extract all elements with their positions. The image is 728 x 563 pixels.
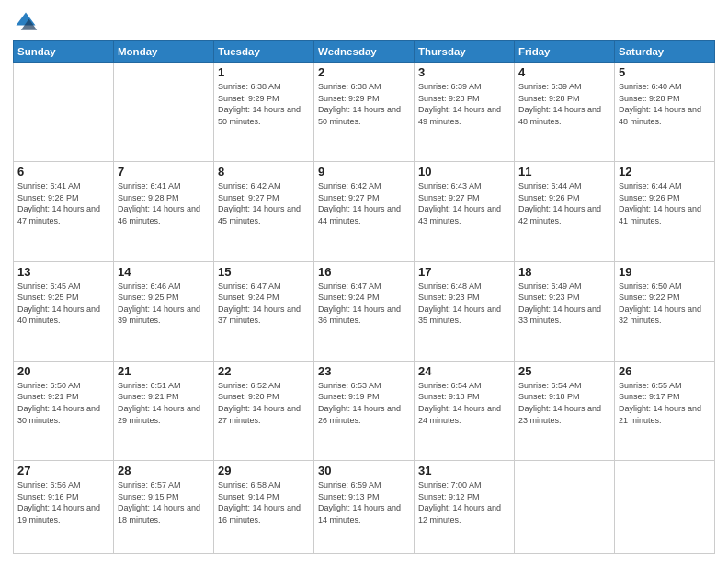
day-number: 11 bbox=[518, 165, 610, 178]
day-number: 19 bbox=[619, 265, 711, 279]
cell-info: Sunrise: 6:45 AM Sunset: 9:25 PM Dayligh… bbox=[17, 281, 109, 327]
day-number: 23 bbox=[318, 364, 410, 378]
cell-info: Sunrise: 6:56 AM Sunset: 9:16 PM Dayligh… bbox=[17, 479, 109, 525]
day-number: 5 bbox=[619, 65, 711, 79]
calendar-row-4: 27Sunrise: 6:56 AM Sunset: 9:16 PM Dayli… bbox=[14, 461, 715, 554]
calendar-cell: 30Sunrise: 6:59 AM Sunset: 9:13 PM Dayli… bbox=[314, 461, 415, 554]
calendar-cell: 29Sunrise: 6:58 AM Sunset: 9:14 PM Dayli… bbox=[214, 461, 314, 554]
calendar-cell bbox=[515, 461, 615, 554]
calendar-cell bbox=[615, 461, 715, 554]
day-number: 6 bbox=[17, 165, 109, 178]
weekday-header-tuesday: Tuesday bbox=[214, 41, 314, 63]
calendar-cell bbox=[114, 63, 214, 162]
weekday-header-sunday: Sunday bbox=[14, 41, 114, 63]
cell-info: Sunrise: 6:50 AM Sunset: 9:21 PM Dayligh… bbox=[17, 380, 109, 426]
day-number: 24 bbox=[418, 364, 510, 378]
day-number: 8 bbox=[218, 165, 310, 178]
header bbox=[13, 9, 715, 35]
calendar-cell: 18Sunrise: 6:49 AM Sunset: 9:23 PM Dayli… bbox=[515, 261, 615, 361]
day-number: 9 bbox=[318, 165, 410, 178]
day-number: 7 bbox=[118, 165, 210, 178]
day-number: 22 bbox=[218, 364, 310, 378]
day-number: 18 bbox=[518, 265, 610, 279]
cell-info: Sunrise: 6:58 AM Sunset: 9:14 PM Dayligh… bbox=[218, 479, 310, 525]
day-number: 26 bbox=[619, 364, 711, 378]
day-number: 31 bbox=[418, 464, 510, 477]
cell-info: Sunrise: 7:00 AM Sunset: 9:12 PM Dayligh… bbox=[418, 479, 510, 525]
cell-info: Sunrise: 6:44 AM Sunset: 9:26 PM Dayligh… bbox=[518, 180, 610, 226]
cell-info: Sunrise: 6:52 AM Sunset: 9:20 PM Dayligh… bbox=[218, 380, 310, 426]
weekday-header-wednesday: Wednesday bbox=[314, 41, 415, 63]
day-number: 17 bbox=[418, 265, 510, 279]
day-number: 10 bbox=[418, 165, 510, 178]
cell-info: Sunrise: 6:39 AM Sunset: 9:28 PM Dayligh… bbox=[418, 81, 510, 127]
calendar-cell: 3Sunrise: 6:39 AM Sunset: 9:28 PM Daylig… bbox=[415, 63, 515, 162]
calendar-cell: 20Sunrise: 6:50 AM Sunset: 9:21 PM Dayli… bbox=[14, 361, 114, 460]
calendar-cell: 6Sunrise: 6:41 AM Sunset: 9:28 PM Daylig… bbox=[14, 162, 114, 261]
calendar-cell: 10Sunrise: 6:43 AM Sunset: 9:27 PM Dayli… bbox=[415, 162, 515, 261]
calendar-row-0: 1Sunrise: 6:38 AM Sunset: 9:29 PM Daylig… bbox=[14, 63, 715, 162]
cell-info: Sunrise: 6:48 AM Sunset: 9:23 PM Dayligh… bbox=[418, 281, 510, 327]
cell-info: Sunrise: 6:42 AM Sunset: 9:27 PM Dayligh… bbox=[318, 180, 410, 226]
logo bbox=[13, 9, 42, 35]
calendar-cell: 7Sunrise: 6:41 AM Sunset: 9:28 PM Daylig… bbox=[114, 162, 214, 261]
cell-info: Sunrise: 6:54 AM Sunset: 9:18 PM Dayligh… bbox=[418, 380, 510, 426]
day-number: 16 bbox=[318, 265, 410, 279]
day-number: 30 bbox=[318, 464, 410, 477]
cell-info: Sunrise: 6:44 AM Sunset: 9:26 PM Dayligh… bbox=[619, 180, 711, 226]
calendar-cell: 21Sunrise: 6:51 AM Sunset: 9:21 PM Dayli… bbox=[114, 361, 214, 460]
day-number: 25 bbox=[518, 364, 610, 378]
calendar-row-2: 13Sunrise: 6:45 AM Sunset: 9:25 PM Dayli… bbox=[14, 261, 715, 361]
calendar-cell: 31Sunrise: 7:00 AM Sunset: 9:12 PM Dayli… bbox=[415, 461, 515, 554]
cell-info: Sunrise: 6:47 AM Sunset: 9:24 PM Dayligh… bbox=[218, 281, 310, 327]
calendar-cell: 2Sunrise: 6:38 AM Sunset: 9:29 PM Daylig… bbox=[314, 63, 415, 162]
weekday-header-row: SundayMondayTuesdayWednesdayThursdayFrid… bbox=[14, 41, 715, 63]
calendar-cell: 12Sunrise: 6:44 AM Sunset: 9:26 PM Dayli… bbox=[615, 162, 715, 261]
day-number: 27 bbox=[17, 464, 109, 477]
cell-info: Sunrise: 6:41 AM Sunset: 9:28 PM Dayligh… bbox=[118, 180, 210, 226]
calendar-cell: 14Sunrise: 6:46 AM Sunset: 9:25 PM Dayli… bbox=[114, 261, 214, 361]
logo-icon bbox=[13, 9, 39, 35]
weekday-header-monday: Monday bbox=[114, 41, 214, 63]
calendar-cell: 13Sunrise: 6:45 AM Sunset: 9:25 PM Dayli… bbox=[14, 261, 114, 361]
cell-info: Sunrise: 6:54 AM Sunset: 9:18 PM Dayligh… bbox=[518, 380, 610, 426]
day-number: 14 bbox=[118, 265, 210, 279]
calendar-cell: 11Sunrise: 6:44 AM Sunset: 9:26 PM Dayli… bbox=[515, 162, 615, 261]
day-number: 29 bbox=[218, 464, 310, 477]
cell-info: Sunrise: 6:59 AM Sunset: 9:13 PM Dayligh… bbox=[318, 479, 410, 525]
calendar-cell: 5Sunrise: 6:40 AM Sunset: 9:28 PM Daylig… bbox=[615, 63, 715, 162]
calendar-cell: 17Sunrise: 6:48 AM Sunset: 9:23 PM Dayli… bbox=[415, 261, 515, 361]
calendar-cell: 24Sunrise: 6:54 AM Sunset: 9:18 PM Dayli… bbox=[415, 361, 515, 460]
calendar-cell: 1Sunrise: 6:38 AM Sunset: 9:29 PM Daylig… bbox=[214, 63, 314, 162]
cell-info: Sunrise: 6:51 AM Sunset: 9:21 PM Dayligh… bbox=[118, 380, 210, 426]
day-number: 12 bbox=[619, 165, 711, 178]
calendar-cell: 25Sunrise: 6:54 AM Sunset: 9:18 PM Dayli… bbox=[515, 361, 615, 460]
day-number: 4 bbox=[518, 65, 610, 79]
calendar-cell: 23Sunrise: 6:53 AM Sunset: 9:19 PM Dayli… bbox=[314, 361, 415, 460]
day-number: 20 bbox=[17, 364, 109, 378]
calendar-cell: 28Sunrise: 6:57 AM Sunset: 9:15 PM Dayli… bbox=[114, 461, 214, 554]
calendar-cell: 15Sunrise: 6:47 AM Sunset: 9:24 PM Dayli… bbox=[214, 261, 314, 361]
day-number: 28 bbox=[118, 464, 210, 477]
weekday-header-friday: Friday bbox=[515, 41, 615, 63]
cell-info: Sunrise: 6:42 AM Sunset: 9:27 PM Dayligh… bbox=[218, 180, 310, 226]
cell-info: Sunrise: 6:50 AM Sunset: 9:22 PM Dayligh… bbox=[619, 281, 711, 327]
calendar-cell: 26Sunrise: 6:55 AM Sunset: 9:17 PM Dayli… bbox=[615, 361, 715, 460]
cell-info: Sunrise: 6:43 AM Sunset: 9:27 PM Dayligh… bbox=[418, 180, 510, 226]
day-number: 21 bbox=[118, 364, 210, 378]
cell-info: Sunrise: 6:46 AM Sunset: 9:25 PM Dayligh… bbox=[118, 281, 210, 327]
cell-info: Sunrise: 6:38 AM Sunset: 9:29 PM Dayligh… bbox=[318, 81, 410, 127]
day-number: 3 bbox=[418, 65, 510, 79]
day-number: 15 bbox=[218, 265, 310, 279]
calendar-row-3: 20Sunrise: 6:50 AM Sunset: 9:21 PM Dayli… bbox=[14, 361, 715, 460]
calendar-cell: 4Sunrise: 6:39 AM Sunset: 9:28 PM Daylig… bbox=[515, 63, 615, 162]
cell-info: Sunrise: 6:55 AM Sunset: 9:17 PM Dayligh… bbox=[619, 380, 711, 426]
cell-info: Sunrise: 6:49 AM Sunset: 9:23 PM Dayligh… bbox=[518, 281, 610, 327]
day-number: 2 bbox=[318, 65, 410, 79]
day-number: 13 bbox=[17, 265, 109, 279]
cell-info: Sunrise: 6:53 AM Sunset: 9:19 PM Dayligh… bbox=[318, 380, 410, 426]
weekday-header-thursday: Thursday bbox=[415, 41, 515, 63]
calendar-row-1: 6Sunrise: 6:41 AM Sunset: 9:28 PM Daylig… bbox=[14, 162, 715, 261]
page: SundayMondayTuesdayWednesdayThursdayFrid… bbox=[0, 0, 728, 563]
calendar-cell: 9Sunrise: 6:42 AM Sunset: 9:27 PM Daylig… bbox=[314, 162, 415, 261]
